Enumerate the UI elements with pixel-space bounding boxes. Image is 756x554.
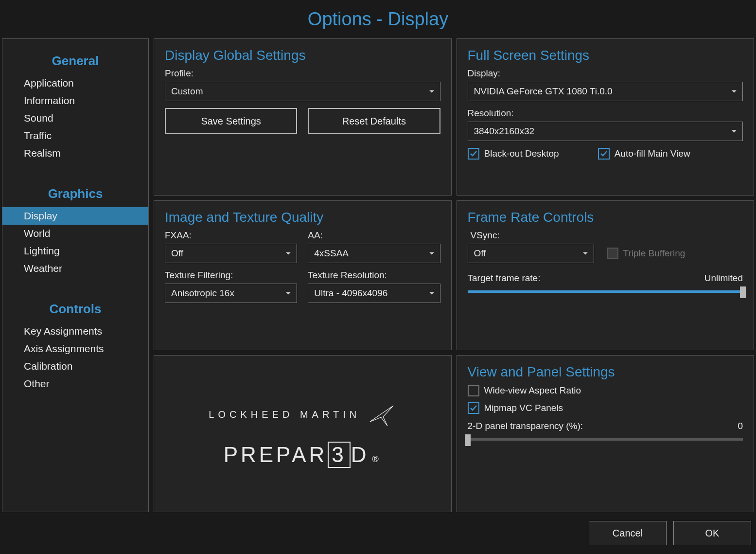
dropdown-value: Off xyxy=(474,248,486,259)
chevron-down-icon xyxy=(429,252,434,255)
panel-fullscreen-settings: Full Screen Settings Display: NVIDIA GeF… xyxy=(457,38,755,196)
panel-title: Image and Texture Quality xyxy=(165,210,440,225)
dropdown-value: Off xyxy=(171,248,183,259)
aa-label: AA: xyxy=(308,230,440,241)
sidebar-item-lighting[interactable]: Lighting xyxy=(2,242,148,260)
panel-title: Frame Rate Controls xyxy=(468,210,743,225)
sidebar-section-title: Graphics xyxy=(2,179,148,207)
sidebar-section-title: General xyxy=(2,47,148,74)
sidebar-item-traffic[interactable]: Traffic xyxy=(2,127,148,144)
lockheed-martin-logo: LOCKHEED MARTIN xyxy=(209,400,396,429)
sidebar-item-sound[interactable]: Sound xyxy=(2,109,148,127)
panel-logo: LOCKHEED MARTIN PREPAR3D® xyxy=(154,355,452,512)
panel-view-settings: View and Panel Settings Wide-view Aspect… xyxy=(457,355,755,512)
transparency-label: 2-D panel transparency (%): xyxy=(468,421,583,431)
sidebar-item-key-assignments[interactable]: Key Assignments xyxy=(2,322,148,340)
transparency-slider[interactable] xyxy=(468,434,743,444)
mipmap-checkbox[interactable] xyxy=(468,402,479,414)
dropdown-value: Anisotropic 16x xyxy=(171,288,234,299)
display-label: Display: xyxy=(468,68,743,79)
dropdown-value: 4xSSAA xyxy=(314,248,349,259)
ok-button[interactable]: OK xyxy=(673,521,751,545)
profile-dropdown[interactable]: Custom xyxy=(165,82,440,101)
chevron-down-icon xyxy=(429,292,434,295)
fxaa-dropdown[interactable]: Off xyxy=(165,244,297,263)
autofill-mainview-checkbox[interactable] xyxy=(598,148,610,160)
checkbox-label: Black-out Desktop xyxy=(484,148,559,159)
star-icon xyxy=(367,400,396,429)
dropdown-value: Ultra - 4096x4096 xyxy=(314,288,387,299)
chevron-down-icon xyxy=(732,90,737,93)
display-dropdown[interactable]: NVIDIA GeForce GTX 1080 Ti.0.0 xyxy=(468,82,743,101)
panel-image-quality: Image and Texture Quality FXAA: Off AA: xyxy=(154,200,452,350)
chevron-down-icon xyxy=(286,292,291,295)
page-title: Options - Display xyxy=(0,0,756,38)
sidebar-item-other[interactable]: Other xyxy=(2,375,148,393)
profile-label: Profile: xyxy=(165,68,440,79)
sidebar-item-information[interactable]: Information xyxy=(2,92,148,109)
panel-title: Display Global Settings xyxy=(165,48,440,63)
dropdown-value: NVIDIA GeForce GTX 1080 Ti.0.0 xyxy=(474,86,613,97)
texture-resolution-dropdown[interactable]: Ultra - 4096x4096 xyxy=(308,284,440,303)
texture-filtering-dropdown[interactable]: Anisotropic 16x xyxy=(165,284,297,303)
fxaa-label: FXAA: xyxy=(165,230,297,241)
triple-buffering-checkbox xyxy=(607,248,618,259)
reset-defaults-button[interactable]: Reset Defaults xyxy=(308,108,440,134)
wideview-checkbox[interactable] xyxy=(468,385,479,396)
checkbox-label: Auto-fill Main View xyxy=(615,148,690,159)
resolution-dropdown[interactable]: 3840x2160x32 xyxy=(468,122,743,141)
footer: Cancel OK xyxy=(0,512,756,554)
vsync-dropdown[interactable]: Off xyxy=(468,244,594,263)
checkbox-label: Triple Buffering xyxy=(623,248,686,259)
dropdown-value: 3840x2160x32 xyxy=(474,126,535,137)
cancel-button[interactable]: Cancel xyxy=(589,521,667,545)
dropdown-value: Custom xyxy=(171,86,203,97)
texture-filtering-label: Texture Filtering: xyxy=(165,270,297,281)
sidebar-item-display[interactable]: Display xyxy=(2,207,148,225)
checkbox-label: Wide-view Aspect Ratio xyxy=(484,385,581,396)
sidebar: GeneralApplicationInformationSoundTraffi… xyxy=(2,38,149,512)
target-framerate-slider[interactable] xyxy=(468,286,743,296)
sidebar-item-application[interactable]: Application xyxy=(2,74,148,92)
aa-dropdown[interactable]: 4xSSAA xyxy=(308,244,440,263)
transparency-value: 0 xyxy=(738,421,743,431)
checkbox-label: Mipmap VC Panels xyxy=(484,403,563,413)
save-settings-button[interactable]: Save Settings xyxy=(165,108,297,134)
sidebar-item-calibration[interactable]: Calibration xyxy=(2,357,148,375)
blackout-desktop-checkbox[interactable] xyxy=(468,148,479,160)
chevron-down-icon xyxy=(429,90,434,93)
resolution-label: Resolution: xyxy=(468,108,743,119)
sidebar-item-axis-assignments[interactable]: Axis Assignments xyxy=(2,340,148,357)
target-framerate-label: Target frame rate: xyxy=(468,273,541,284)
logo-text: LOCKHEED MARTIN xyxy=(209,409,360,420)
chevron-down-icon xyxy=(732,130,737,133)
sidebar-item-world[interactable]: World xyxy=(2,225,148,242)
panel-global-settings: Display Global Settings Profile: Custom … xyxy=(154,38,452,196)
chevron-down-icon xyxy=(583,252,588,255)
panel-title: Full Screen Settings xyxy=(468,48,743,63)
sidebar-item-realism[interactable]: Realism xyxy=(2,144,148,162)
sidebar-section-title: Controls xyxy=(2,295,148,322)
chevron-down-icon xyxy=(286,252,291,255)
panel-title: View and Panel Settings xyxy=(468,364,743,380)
panel-framerate: Frame Rate Controls VSync: Off Triple Bu… xyxy=(457,200,755,350)
vsync-label: VSync: xyxy=(468,230,743,241)
prepar3d-logo: PREPAR3D® xyxy=(224,443,382,467)
sidebar-item-weather[interactable]: Weather xyxy=(2,260,148,277)
target-framerate-value: Unlimited xyxy=(704,273,743,284)
texture-resolution-label: Texture Resolution: xyxy=(308,270,440,281)
